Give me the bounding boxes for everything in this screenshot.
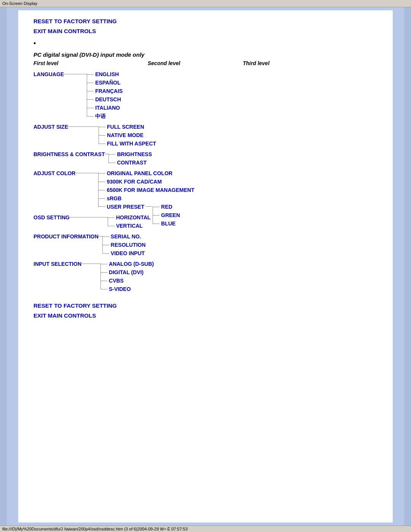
list-item: FULL SCREEN — [99, 123, 156, 131]
top-links: RESET TO FACTORY SETTING EXIT MAIN CONTR… — [33, 16, 381, 36]
language-label: LANGUAGE — [33, 70, 64, 78]
adjust-size-hline — [68, 126, 99, 127]
title-text: On-Screen Display — [2, 1, 37, 6]
list-item: 9300K FOR CAD/CAM — [98, 177, 194, 186]
input-selection-hline — [81, 264, 100, 264]
language-hline — [64, 74, 87, 74]
list-item: 中语 — [87, 112, 123, 120]
adjust-size-label: ADJUST SIZE — [33, 123, 68, 131]
list-item: SERIAL NO. — [102, 232, 146, 241]
second-level-header: Second level — [148, 60, 243, 66]
adjust-color-branches: ORIGINAL PANEL COLOR 9300K FOR CAD/CAM 6… — [98, 169, 194, 211]
list-item: ENGLISH — [87, 70, 123, 78]
list-item: ESPAÑOL — [87, 78, 123, 87]
brightness-contrast-label: BRIGHTNESS & CONTRAST — [33, 150, 105, 158]
status-text: file:///D|/My%20Documents/dfu/J /taiwan/… — [2, 527, 188, 531]
exit-bottom-link[interactable]: EXIT MAIN CONTROLS — [33, 311, 381, 321]
brightness-contrast-branches: BRIGHTNESS CONTRAST — [108, 150, 152, 167]
list-item: CONTRAST — [108, 158, 152, 167]
list-item: BRIGHTNESS — [108, 150, 152, 158]
language-branches: ENGLISH ESPAÑOL FRANÇAIS DEUTSCH ITALIAN… — [87, 70, 123, 120]
list-item: CVBS — [100, 276, 154, 285]
input-selection-branches: ANALOG (D-SUB) DIGITAL (DVI) CVBS S-VIDE… — [100, 260, 154, 293]
adjust-color-hline — [75, 173, 98, 173]
status-bar: file:///D|/My%20Documents/dfu/J /taiwan/… — [0, 526, 411, 532]
osd-setting-label: OSD SETTING — [33, 213, 70, 222]
list-item: ORIGINAL PANEL COLOR — [98, 169, 194, 177]
product-info-label: PRODUCT INFORMATION — [33, 232, 99, 241]
levels-header: First level Second level Third level — [33, 60, 381, 66]
menu-tree: LANGUAGE ENGLISH ESPAÑOL FRANÇAIS DEUTSC… — [33, 70, 381, 293]
list-item: DIGITAL (DVI) — [100, 268, 154, 276]
bullet-point: • — [33, 40, 381, 48]
list-item: USER PRESET RED GREEN BLUE — [98, 203, 194, 211]
bottom-links: RESET TO FACTORY SETTING EXIT MAIN CONTR… — [33, 301, 381, 320]
list-item: HORIZONTAL — [108, 213, 151, 222]
section-title: PC digital signal (DVI-D) input mode onl… — [33, 51, 381, 58]
user-preset-hline — [146, 206, 152, 207]
product-info-branches: SERIAL NO. RESOLUTION VIDEO INPUT — [102, 232, 146, 257]
brightness-contrast-hline — [105, 154, 108, 154]
adjust-color-label: ADJUST COLOR — [33, 169, 75, 177]
list-item: NATIVE MODE — [99, 131, 156, 139]
list-item: VIDEO INPUT — [102, 249, 146, 257]
list-item: VERTICAL — [108, 222, 151, 230]
list-item: DEUTSCH — [87, 95, 123, 104]
osd-setting-branches: HORIZONTAL VERTICAL — [108, 213, 151, 230]
first-level-header: First level — [33, 60, 148, 66]
adjust-color-section: ADJUST COLOR ORIGINAL PANEL COLOR 9300K … — [33, 169, 381, 211]
list-item: ANALOG (D-SUB) — [100, 260, 154, 268]
list-item: FILL WITH ASPECT — [99, 139, 156, 148]
input-selection-section: INPUT SELECTION ANALOG (D-SUB) DIGITAL (… — [33, 260, 381, 293]
list-item: RESOLUTION — [102, 241, 146, 249]
input-selection-label: INPUT SELECTION — [33, 260, 81, 268]
list-item: ITALIANO — [87, 104, 123, 112]
list-item: FRANÇAIS — [87, 87, 123, 95]
reset-bottom-link[interactable]: RESET TO FACTORY SETTING — [33, 301, 381, 311]
language-section: LANGUAGE ENGLISH ESPAÑOL FRANÇAIS DEUTSC… — [33, 70, 381, 120]
adjust-size-section: ADJUST SIZE FULL SCREEN NATIVE MODE FILL… — [33, 123, 381, 148]
exit-top-link[interactable]: EXIT MAIN CONTROLS — [33, 26, 381, 36]
product-info-section: PRODUCT INFORMATION SERIAL NO. RESOLUTIO… — [33, 232, 381, 257]
title-bar: On-Screen Display — [0, 0, 411, 7]
reset-top-link[interactable]: RESET TO FACTORY SETTING — [33, 16, 381, 26]
osd-setting-hline — [70, 217, 108, 217]
product-info-hline — [99, 236, 102, 236]
brightness-contrast-section: BRIGHTNESS & CONTRAST BRIGHTNESS CONTRAS… — [33, 150, 381, 167]
list-item: RED — [153, 203, 180, 211]
list-item: S-VIDEO — [100, 285, 154, 293]
osd-setting-section: OSD SETTING HORIZONTAL VERTICAL — [33, 213, 381, 230]
list-item: 6500K FOR IMAGE MANAGEMENT — [98, 186, 194, 194]
adjust-size-branches: FULL SCREEN NATIVE MODE FILL WITH ASPECT — [99, 123, 156, 148]
third-level-header: Third level — [243, 60, 269, 66]
content-area: RESET TO FACTORY SETTING EXIT MAIN CONTR… — [18, 10, 393, 522]
list-item: sRGB — [98, 194, 194, 203]
